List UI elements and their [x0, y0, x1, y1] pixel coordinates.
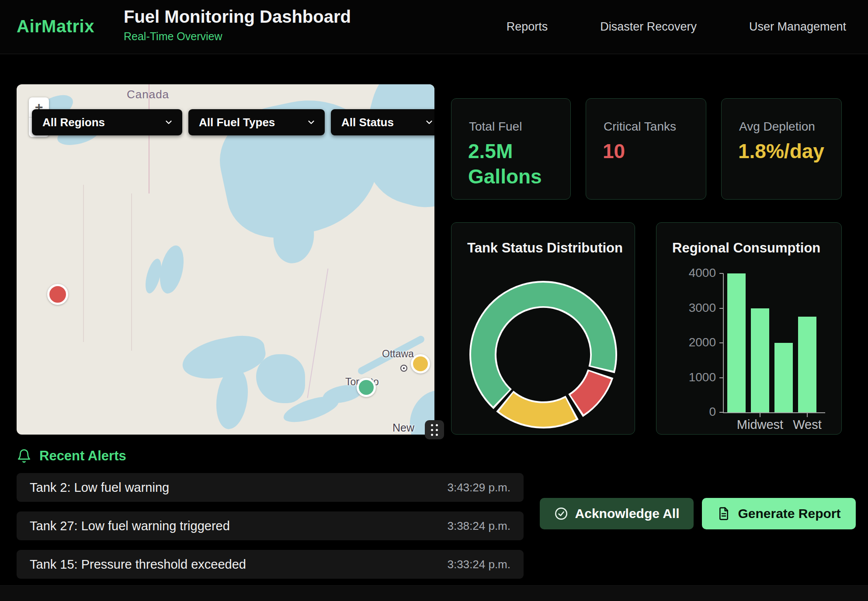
- bell-icon: [17, 449, 31, 463]
- y-axis-tick-label: 2000: [681, 335, 716, 349]
- avg-depletion-card: Avg Depletion 1.8%/day: [721, 98, 842, 200]
- nav-item-reports[interactable]: Reports: [507, 20, 548, 34]
- footer-bar: [0, 585, 868, 601]
- region-filter-value: All Regions: [42, 116, 105, 129]
- total-fuel-card: Total Fuel 2.5M Gallons: [451, 98, 571, 200]
- report-document-icon: [717, 507, 731, 521]
- critical-tanks-label: Critical Tanks: [604, 120, 676, 134]
- acknowledge-all-label: Acknowledge All: [575, 506, 680, 521]
- tank-marker-critical[interactable]: [47, 284, 68, 305]
- tank-marker-warning[interactable]: [411, 354, 430, 373]
- nav-item-disaster-recovery[interactable]: Disaster Recovery: [600, 20, 697, 34]
- avg-depletion-label: Avg Depletion: [739, 120, 815, 134]
- y-axis-tick-label: 4000: [681, 266, 716, 280]
- regional-consumption-card: Regional Consumption 01000200030004000Mi…: [656, 222, 842, 435]
- chevron-down-icon: [164, 117, 174, 127]
- bar-region-1: [751, 308, 769, 413]
- nav-item-user-management[interactable]: User Management: [749, 20, 846, 34]
- alert-timestamp: 3:33:24 p.m.: [447, 558, 510, 571]
- donut-segment-critical: [577, 375, 600, 404]
- x-axis-tick-label: West: [777, 418, 838, 432]
- border-line: [83, 185, 84, 342]
- grip-dots: [431, 424, 438, 436]
- y-axis-tick-label: 1000: [681, 370, 716, 384]
- ottawa-town-dot-icon: [400, 365, 407, 372]
- lake-huron-shape: [256, 354, 305, 403]
- app-header: AirMatrix Fuel Monitoring Dashboard Real…: [0, 0, 868, 54]
- x-axis-tick-mark: [807, 413, 808, 417]
- x-axis-tick-mark: [760, 413, 760, 417]
- border-line: [307, 269, 329, 398]
- bar-region-0: [727, 273, 746, 412]
- generate-report-button[interactable]: Generate Report: [702, 498, 856, 529]
- recent-alerts-header: Recent Alerts: [17, 448, 126, 464]
- y-axis-tick-mark: [719, 308, 723, 309]
- alert-message: Tank 2: Low fuel warning: [30, 480, 169, 495]
- chevron-down-icon: [306, 117, 316, 127]
- total-fuel-label: Total Fuel: [469, 120, 522, 134]
- y-axis-tick-label: 0: [681, 405, 716, 419]
- fuel-type-filter-value: All Fuel Types: [199, 116, 275, 129]
- chevron-down-icon: [424, 117, 434, 127]
- alert-timestamp: 3:38:24 p.m.: [447, 519, 510, 533]
- alert-message: Tank 27: Low fuel warning triggered: [30, 519, 230, 533]
- map-canvas[interactable]: Canada Ottawa Toronto New York + − All R…: [17, 84, 434, 435]
- page-subtitle: Real-Time Overview: [124, 30, 351, 43]
- avg-depletion-value: 1.8%/day: [738, 139, 831, 164]
- recent-alerts-title: Recent Alerts: [39, 448, 126, 464]
- y-axis-tick-mark: [719, 412, 723, 413]
- map-filter-bar: All Regions All Fuel Types All Status: [32, 109, 434, 135]
- critical-tanks-card: Critical Tanks 10: [586, 98, 706, 200]
- map-label-ottawa: Ottawa: [382, 348, 414, 360]
- region-filter-dropdown[interactable]: All Regions: [32, 109, 182, 135]
- tank-status-donut-chart: [470, 281, 617, 428]
- map-label-canada: Canada: [127, 88, 169, 101]
- total-fuel-value: 2.5M Gallons: [468, 139, 561, 189]
- title-block: Fuel Monitoring Dashboard Real-Time Over…: [124, 7, 351, 43]
- y-axis-tick-mark: [719, 377, 723, 378]
- status-filter-dropdown[interactable]: All Status: [331, 109, 434, 135]
- alert-list-item[interactable]: Tank 15: Pressure threshold exceeded 3:3…: [17, 550, 524, 579]
- alert-message: Tank 15: Pressure threshold exceeded: [30, 557, 246, 572]
- regional-consumption-bar-chart: 01000200030004000MidwestWest: [723, 273, 825, 413]
- bar-region-3: [798, 317, 816, 412]
- fuel-type-filter-dropdown[interactable]: All Fuel Types: [188, 109, 325, 135]
- border-line: [131, 193, 132, 351]
- bar-chart-title: Regional Consumption: [672, 240, 820, 256]
- y-axis-tick-mark: [719, 342, 723, 343]
- check-circle-icon: [554, 507, 568, 521]
- page-title: Fuel Monitoring Dashboard: [124, 7, 351, 27]
- main-nav: Reports Disaster Recovery User Managemen…: [507, 0, 846, 54]
- status-filter-value: All Status: [341, 116, 394, 129]
- tank-status-distribution-card: Tank Status Distribution: [451, 222, 635, 435]
- alert-timestamp: 3:43:29 p.m.: [447, 481, 510, 494]
- acknowledge-all-button[interactable]: Acknowledge All: [540, 498, 694, 529]
- critical-tanks-value: 10: [603, 139, 695, 164]
- generate-report-label: Generate Report: [738, 506, 840, 521]
- y-axis-tick-label: 3000: [681, 301, 716, 315]
- y-axis-tick-mark: [719, 273, 723, 274]
- resize-grip-icon[interactable]: [425, 420, 444, 439]
- alert-list-item[interactable]: Tank 27: Low fuel warning triggered 3:38…: [17, 511, 524, 540]
- brand-logo: AirMatrix: [17, 17, 94, 36]
- tank-marker-normal[interactable]: [357, 378, 376, 397]
- alert-list-item[interactable]: Tank 2: Low fuel warning 3:43:29 p.m.: [17, 473, 524, 502]
- donut-chart-title: Tank Status Distribution: [467, 240, 623, 256]
- donut-segment-warning: [506, 402, 571, 415]
- bar-region-2: [774, 343, 793, 412]
